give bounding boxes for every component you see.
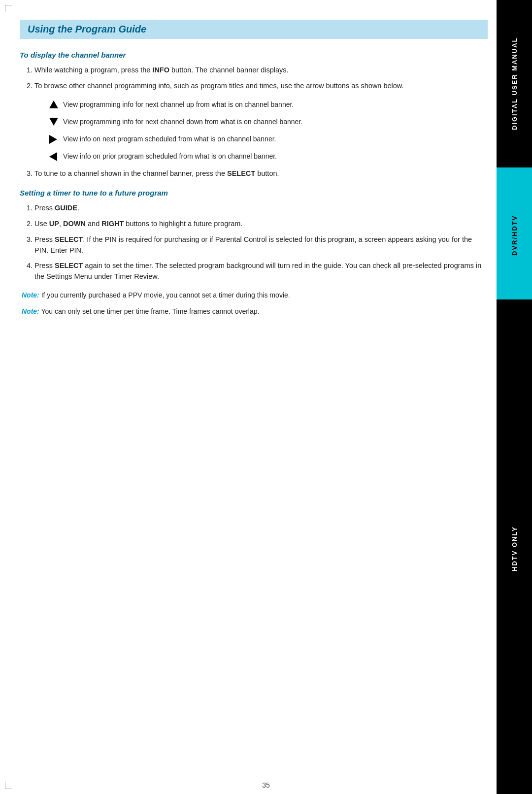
arrow-left-icon (49, 152, 63, 161)
corner-mark-tl (5, 5, 12, 12)
page-title-banner: Using the Program Guide (20, 20, 488, 39)
select-bold-3: SELECT (55, 262, 83, 269)
down-triangle (49, 118, 58, 126)
arrow-item-up: View programming info for next channel u… (49, 99, 488, 110)
page-container: DIGITAL USER MANUAL DVR/HDTV HDTV ONLY U… (0, 0, 532, 794)
guide-bold: GUIDE (55, 204, 77, 212)
sidebar-divider-top (497, 167, 532, 171)
arrow-left-text: View info on prior program scheduled fro… (63, 151, 488, 162)
arrow-item-down: View programming info for next channel d… (49, 117, 488, 127)
section1-item2: To browse other channel programming info… (34, 81, 488, 92)
section2-heading: Setting a timer to tune to a future prog… (20, 189, 488, 197)
sidebar-divider-mid (497, 299, 532, 303)
note-block-1: Note: If you currently purchased a PPV m… (22, 290, 488, 300)
page-title: Using the Program Guide (28, 24, 480, 35)
section2-list: Press GUIDE. Use UP, DOWN and RIGHT butt… (34, 203, 488, 282)
arrow-down-text: View programming info for next channel d… (63, 117, 488, 127)
select-bold-1: SELECT (227, 169, 255, 177)
note-block-2: Note: You can only set one timer per tim… (22, 306, 488, 317)
arrow-item-right: View info on next program scheduled from… (49, 134, 488, 144)
section2-item3: Press SELECT. If the PIN is required for… (34, 234, 488, 256)
section1-heading: To display the channel banner (20, 51, 488, 59)
page-number: 35 (262, 781, 270, 789)
arrow-up-icon (49, 100, 63, 108)
info-bold: INFO (152, 66, 169, 74)
arrow-item-left: View info on prior program scheduled fro… (49, 151, 488, 162)
select-bold-2: SELECT (55, 235, 83, 243)
up-triangle (49, 100, 58, 108)
sidebar-hdtv-only: HDTV ONLY (497, 303, 532, 794)
arrow-up-text: View programming info for next channel u… (63, 99, 488, 110)
section-display-channel-banner: To display the channel banner While watc… (20, 51, 488, 179)
right-sidebar: DIGITAL USER MANUAL DVR/HDTV HDTV ONLY (497, 0, 532, 794)
note-label-1: Note: (22, 291, 39, 299)
left-triangle (49, 152, 57, 161)
right-triangle (49, 135, 57, 144)
arrow-down-icon (49, 118, 63, 126)
right-bold: RIGHT (101, 220, 124, 228)
section2-item1: Press GUIDE. (34, 203, 488, 214)
note-text-2: You can only set one timer per time fram… (41, 307, 259, 315)
sidebar-digital-user-manual: DIGITAL USER MANUAL (497, 0, 532, 167)
corner-mark-bl (5, 782, 12, 789)
sidebar-dvr-hdtv: DVR/HDTV (497, 171, 532, 299)
section2-item4: Press SELECT again to set the timer. The… (34, 261, 488, 282)
note-text-1: If you currently purchased a PPV movie, … (41, 291, 290, 299)
arrow-right-icon (49, 135, 63, 144)
section1-list-3: To tune to a channel shown in the channe… (34, 168, 488, 179)
section1-item3: To tune to a channel shown in the channe… (34, 168, 488, 179)
section1-list: While watching a program, press the INFO… (34, 65, 488, 92)
section-setting-timer: Setting a timer to tune to a future prog… (20, 189, 488, 317)
section2-item2: Use UP, DOWN and RIGHT buttons to highli… (34, 219, 488, 230)
arrow-right-text: View info on next program scheduled from… (63, 134, 488, 144)
down-bold: DOWN (63, 220, 86, 228)
section1-item1: While watching a program, press the INFO… (34, 65, 488, 76)
arrow-items: View programming info for next channel u… (49, 99, 488, 162)
note-label-2: Note: (22, 307, 39, 315)
up-bold: UP (49, 220, 59, 228)
main-content: Using the Program Guide To display the c… (20, 20, 488, 774)
